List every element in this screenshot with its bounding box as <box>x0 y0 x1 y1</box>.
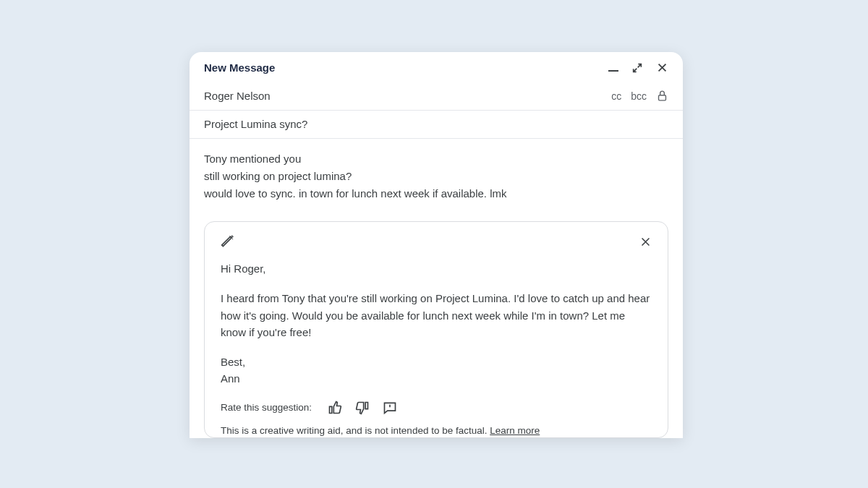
close-icon[interactable] <box>656 61 668 74</box>
rate-row: Rate this suggestion: <box>221 401 652 415</box>
disclaimer-text: This is a creative writing aid, and is n… <box>221 425 490 436</box>
compose-header: New Message <box>190 52 683 82</box>
to-field[interactable]: Roger Nelson cc bcc <box>190 82 683 111</box>
cc-button[interactable]: cc <box>611 90 621 102</box>
body-line: would love to sync. in town for lunch ne… <box>204 185 668 202</box>
ai-suggestion-card: Hi Roger, I heard from Tony that you're … <box>204 221 668 438</box>
subject-field[interactable]: Project Lumina sync? <box>190 111 683 139</box>
compose-window: New Message Roger Nelson cc bcc <box>190 52 683 438</box>
body-line: Tony mentioned you <box>204 150 668 168</box>
subject-text: Project Lumina sync? <box>204 118 668 130</box>
header-controls <box>608 61 668 74</box>
dismiss-suggestion-icon[interactable] <box>639 236 652 248</box>
disclaimer: This is a creative writing aid, and is n… <box>221 424 652 436</box>
body-field[interactable]: Tony mentioned you still working on proj… <box>190 139 683 202</box>
recipient-name: Roger Nelson <box>204 90 271 102</box>
thumbs-up-icon[interactable] <box>328 401 342 415</box>
thumbs-down-icon[interactable] <box>355 401 370 415</box>
suggestion-greeting: Hi Roger, <box>221 260 652 277</box>
suggestion-header <box>221 234 652 249</box>
magic-wand-icon[interactable] <box>221 234 235 249</box>
suggestion-body: Hi Roger, I heard from Tony that you're … <box>221 260 652 388</box>
user-draft-text: Tony mentioned you still working on proj… <box>204 150 668 202</box>
learn-more-link[interactable]: Learn more <box>490 425 540 436</box>
bcc-button[interactable]: bcc <box>631 90 647 102</box>
svg-rect-0 <box>659 95 666 100</box>
feedback-icon[interactable] <box>383 401 397 415</box>
to-actions: cc bcc <box>611 90 668 102</box>
suggestion-paragraph: I heard from Tony that you're still work… <box>221 290 652 341</box>
suggestion-closing: Best, Ann <box>221 354 652 388</box>
body-line: still working on project lumina? <box>204 168 668 185</box>
minimize-icon[interactable] <box>608 67 618 69</box>
lock-icon[interactable] <box>656 90 668 102</box>
rate-label: Rate this suggestion: <box>221 402 312 413</box>
expand-icon[interactable] <box>631 62 643 74</box>
compose-title: New Message <box>204 61 275 74</box>
